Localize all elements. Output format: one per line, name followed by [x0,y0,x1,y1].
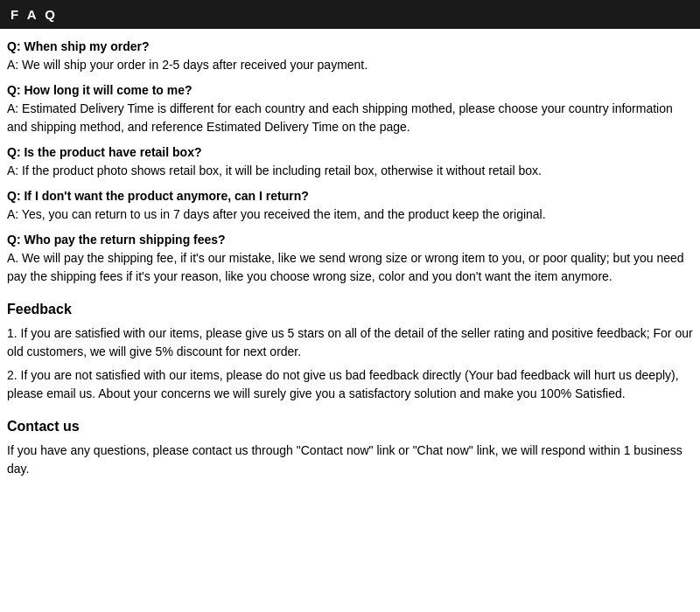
qa-item-4: Q: If I don't want the product anymore, … [7,189,693,224]
answer-5: A. We will pay the shipping fee, if it's… [7,249,693,286]
feedback-item-1: 1. If you are satisfied with our items, … [7,324,693,361]
answer-2: A: Estimated Delivery Time is different … [7,100,693,136]
question-5: Q: Who pay the return shipping fees? [7,233,693,247]
contact-text: If you have any questions, please contac… [7,442,693,478]
question-3: Q: Is the product have retail box? [7,145,693,159]
contact-section: Contact us If you have any questions, pl… [7,419,693,478]
answer-4: A: Yes, you can return to us in 7 days a… [7,205,693,224]
answer-1: A: We will ship your order in 2-5 days a… [7,56,693,74]
contact-title: Contact us [7,419,693,435]
qa-item-5: Q: Who pay the return shipping fees? A. … [7,233,693,286]
answer-3: A: If the product photo shows retail box… [7,162,693,180]
qa-item-3: Q: Is the product have retail box? A: If… [7,145,693,180]
feedback-item-2: 2. If you are not satisfied with our ite… [7,366,693,403]
question-1: Q: When ship my order? [7,39,693,53]
faq-section: Q: When ship my order? A: We will ship y… [7,39,693,286]
main-content: Q: When ship my order? A: We will ship y… [0,39,700,478]
feedback-title: Feedback [7,302,693,317]
feedback-section: Feedback 1. If you are satisfied with ou… [7,302,693,403]
question-2: Q: How long it will come to me? [7,83,693,97]
qa-item-2: Q: How long it will come to me? A: Estim… [7,83,693,136]
question-4: Q: If I don't want the product anymore, … [7,189,693,203]
faq-header: F A Q [0,0,700,29]
qa-item-1: Q: When ship my order? A: We will ship y… [7,39,693,74]
